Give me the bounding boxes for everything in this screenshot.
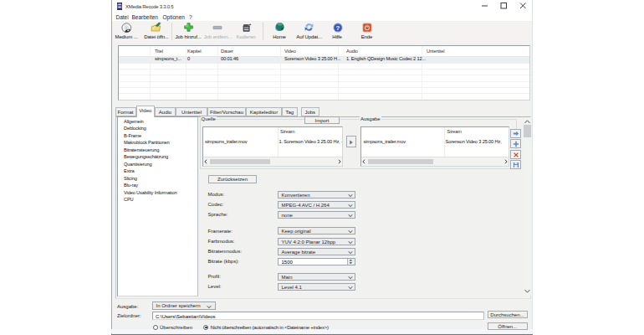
svg-text:?: ? <box>335 23 340 31</box>
